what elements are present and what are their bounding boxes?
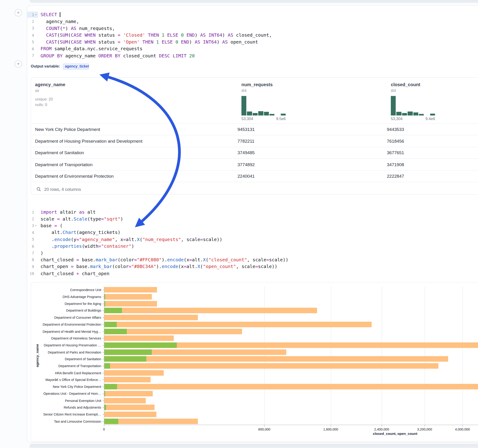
code-line[interactable]: 3 COUNT(*) AS num_requests, xyxy=(27,25,478,32)
notebook-cell-card: 1▾SELECT 2 agency_name,3 COUNT(*) AS num… xyxy=(27,6,478,442)
code-line[interactable]: 7GROUP BY agency_name ORDER BY closed_co… xyxy=(27,52,478,59)
histogram-bar xyxy=(270,114,275,115)
y-tick xyxy=(102,290,104,290)
gridline xyxy=(331,286,331,425)
y-tick-label: Refunds and Adjustments xyxy=(31,406,101,409)
code-text: .properties(width="container") xyxy=(38,244,134,249)
y-tick-label: Department of Homeless Services xyxy=(31,336,101,340)
search-icon[interactable] xyxy=(36,187,41,192)
fold-chevron-icon[interactable]: ▾ xyxy=(34,224,38,227)
output-variable-row: Output variable: agency_tickets xyxy=(31,63,89,70)
column-header: num_requestsi6453,3049.5e6 xyxy=(241,81,388,121)
x-tick xyxy=(331,425,331,427)
histogram-bar xyxy=(391,96,396,115)
x-tick xyxy=(463,425,463,427)
code-line[interactable]: 7) xyxy=(27,249,478,256)
column-name: agency_name xyxy=(35,81,182,88)
code-line[interactable]: 6 .properties(width="container") xyxy=(27,243,478,250)
add-cell-button[interactable]: + xyxy=(14,9,22,17)
output-variable-chip[interactable]: agency_tickets xyxy=(63,63,89,70)
table-cell: New York City Police Department xyxy=(31,127,238,132)
line-gutter: 9 xyxy=(27,264,38,270)
bar-open xyxy=(104,384,117,389)
y-tick-label: Department of Sanitation xyxy=(31,357,101,361)
code-text: ) xyxy=(38,250,43,256)
code-line[interactable]: 3▾base = ( xyxy=(27,222,478,229)
code-text: chart_open = base.mark_bar(color="#8BC34… xyxy=(38,264,277,269)
code-text: COUNT(*) AS num_requests, xyxy=(38,25,115,31)
code-line[interactable]: 9chart_open = base.mark_bar(color="#8BC3… xyxy=(27,263,478,270)
y-tick-label: Department of Environmental Protection xyxy=(31,323,101,326)
code-text: agency_name, xyxy=(38,19,79,24)
code-line[interactable]: 4 alt.Chart(agency_tickets) xyxy=(27,229,478,236)
histogram-bar xyxy=(430,114,435,115)
gridline xyxy=(264,286,264,425)
line-number: 9 xyxy=(28,264,34,269)
y-tick xyxy=(102,304,104,304)
histogram-bar xyxy=(419,114,424,115)
histogram-min: 53,304 xyxy=(391,117,403,121)
line-gutter: 8 xyxy=(27,257,38,263)
code-line[interactable]: 5 CAST(SUM(CASE WHEN status = 'Open' THE… xyxy=(27,38,478,45)
code-line[interactable]: 8chart_closed = base.mark_bar(color="#FF… xyxy=(27,256,478,263)
column-type: i64 xyxy=(241,88,388,93)
histogram-bar xyxy=(408,112,413,115)
code-text: .encode(y="agency_name", x=alt.X("num_re… xyxy=(38,237,222,242)
line-gutter: 5 xyxy=(27,39,38,45)
bar-closed xyxy=(104,377,151,383)
code-line[interactable]: 5 .encode(y="agency_name", x=alt.X("num_… xyxy=(27,236,478,243)
y-tick-label: Mayorâ€ s Office of Special Enforce… xyxy=(31,378,101,382)
fold-chevron-icon[interactable]: ▾ xyxy=(34,13,38,16)
code-line[interactable]: 1▾SELECT xyxy=(27,11,478,18)
y-tick xyxy=(102,331,104,332)
histogram-bar xyxy=(258,111,263,115)
code-line[interactable]: 2 agency_name, xyxy=(27,18,478,25)
line-gutter: 6 xyxy=(27,243,38,249)
y-tick xyxy=(102,394,104,394)
chart-output: 0800,0001,600,0002,400,0003,200,0004,000… xyxy=(31,282,478,442)
y-tick-label: Personal Exemption Unit xyxy=(31,399,101,402)
y-tick-label: Senior Citizen Rent Increase Exempti… xyxy=(31,412,101,416)
bar-chart: 0800,0001,600,0002,400,0003,200,0004,000… xyxy=(31,283,478,442)
y-tick xyxy=(102,400,104,401)
python-editor[interactable]: 1import altair as alt2scale = alt.Scale(… xyxy=(27,209,478,277)
table-footer: 20 rows, 4 columns xyxy=(31,182,478,195)
code-line[interactable]: 6FROM sample_data.nyc.service_requests xyxy=(27,45,478,52)
code-text: chart_closed + chart_open xyxy=(38,271,109,276)
code-text: import altair as alt xyxy=(38,210,95,215)
previous-cell-edge xyxy=(30,0,478,3)
y-axis-title: agency_name xyxy=(35,344,39,367)
histogram-bar xyxy=(241,96,246,115)
notebook-page: + + 1▾SELECT 2 agency_name,3 COUNT(*) AS… xyxy=(0,0,478,448)
x-axis-line xyxy=(104,425,478,425)
code-line[interactable]: 1import altair as alt xyxy=(27,209,478,216)
bar-closed xyxy=(104,336,174,341)
line-number: 1 xyxy=(28,12,34,17)
x-tick-label: 1,600,000 xyxy=(323,428,338,431)
bar-open xyxy=(104,363,110,369)
line-gutter: 7 xyxy=(27,250,38,256)
y-tick-label: Department of Transportation xyxy=(31,364,101,368)
y-tick xyxy=(102,421,104,422)
y-tick xyxy=(102,345,104,345)
code-line[interactable]: 2scale = alt.Scale(type="sqrt") xyxy=(27,216,478,222)
x-tick-label: 3,200,000 xyxy=(417,428,432,431)
y-tick xyxy=(102,387,104,387)
bar-closed xyxy=(104,398,145,403)
line-number: 6 xyxy=(28,244,34,249)
line-number: 4 xyxy=(28,33,34,37)
table-row-count: 20 rows, 4 columns xyxy=(44,187,81,192)
code-line[interactable]: 10chart_closed + chart_open xyxy=(27,270,478,277)
sql-editor[interactable]: 1▾SELECT 2 agency_name,3 COUNT(*) AS num… xyxy=(27,11,478,59)
code-text: scale = alt.Scale(type="sqrt") xyxy=(38,216,123,222)
histogram-bar xyxy=(413,112,418,116)
line-number: 2 xyxy=(28,19,34,24)
y-tick xyxy=(102,297,104,297)
add-cell-button[interactable]: + xyxy=(14,60,22,68)
histogram-min: 53,304 xyxy=(241,117,253,121)
bar-closed xyxy=(104,418,198,424)
line-gutter: 4 xyxy=(27,230,38,236)
line-number: 8 xyxy=(28,258,34,262)
code-line[interactable]: 4 CAST(SUM(CASE WHEN status = 'Closed' T… xyxy=(27,32,478,39)
y-tick-label: Department of Parks and Recreation xyxy=(31,350,101,354)
